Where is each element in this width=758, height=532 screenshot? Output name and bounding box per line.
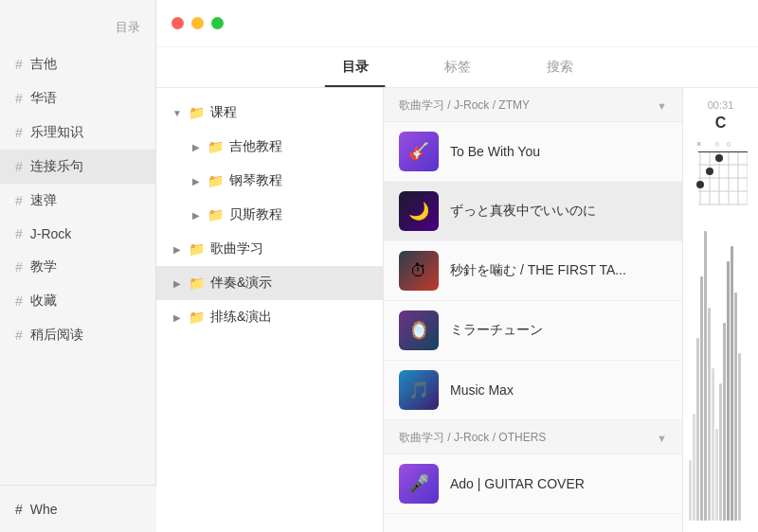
chevron-right-icon: ▶ — [190, 176, 202, 186]
song-title: ずっと真夜中でいいのに — [450, 203, 596, 220]
tree-item-label: 贝斯教程 — [229, 206, 282, 223]
tree-item-courses[interactable]: ▼📁课程 — [156, 96, 383, 130]
sidebar-item-label: 教学 — [30, 258, 57, 275]
content-area: ▼📁课程▶📁吉他教程▶📁钢琴教程▶📁贝斯教程▶📁歌曲学习▶📁伴奏&演示▶📁排练&… — [156, 88, 758, 532]
song-item-zutto[interactable]: 🌙 ずっと真夜中でいいのに — [384, 182, 682, 241]
tab-catalog[interactable]: 目录 — [304, 47, 406, 87]
sidebar-bottom-bar: # Whe — [0, 485, 156, 532]
section-header-jrock-others[interactable]: 歌曲学习 / J-Rock / OTHERS▼ — [384, 420, 682, 454]
tree-item-label: 歌曲学习 — [210, 240, 263, 257]
thumb-figure: 🪞 — [399, 310, 439, 350]
window-bar — [156, 0, 758, 47]
song-item-mirror[interactable]: 🪞 ミラーチューン — [384, 301, 682, 361]
song-item-byoshin[interactable]: ⏱ 秒針を噛む / THE FIRST TA... — [384, 241, 682, 301]
hash-icon: # — [15, 91, 23, 106]
sidebar-item-connect[interactable]: #连接乐句 — [0, 150, 155, 184]
chevron-right-icon: ▶ — [190, 142, 202, 152]
chevron-right-icon: ▶ — [171, 244, 183, 255]
sidebar-title: 目录 — [116, 19, 140, 36]
folder-icon: 📁 — [189, 275, 205, 291]
song-item-to-be-with-you[interactable]: 🎸 To Be With You — [384, 122, 682, 182]
minimize-button[interactable] — [191, 17, 204, 29]
hash-icon: # — [15, 226, 23, 241]
sidebar-item-fast[interactable]: #速弹 — [0, 184, 155, 218]
sidebar-item-music-theory[interactable]: #乐理知识 — [0, 115, 155, 150]
sidebar-bottom-label: Whe — [30, 502, 58, 517]
folder-icon: 📁 — [208, 207, 224, 222]
folder-icon: 📁 — [208, 139, 224, 154]
sidebar-item-label: 速弹 — [30, 192, 57, 209]
thumb-figure: ⏱ — [399, 251, 439, 291]
chord-panel: 00:31 C × ○ ○ — [682, 88, 758, 532]
chevron-down-icon: ▼ — [657, 100, 667, 112]
tree-item-rehearsal[interactable]: ▶📁排练&演出 — [156, 300, 383, 334]
sidebar-item-chinese[interactable]: #华语 — [0, 81, 155, 115]
thumb-figure: 🎤 — [399, 464, 439, 504]
maximize-button[interactable] — [211, 17, 224, 29]
sidebar-bottom-item[interactable]: # Whe — [15, 502, 58, 517]
sidebar-title-bar: 目录 — [0, 9, 155, 44]
sidebar-item-label: 稍后阅读 — [30, 327, 83, 344]
sidebar-item-favorites[interactable]: #收藏 — [0, 284, 155, 318]
song-thumbnail: 🎵 — [399, 370, 439, 410]
song-thumbnail: 🎸 — [399, 132, 439, 171]
tab-search[interactable]: 搜索 — [509, 47, 611, 87]
sidebar-nav: #吉他#华语#乐理知识#连接乐句#速弹#J-Rock#教学#收藏#稍后阅读 — [0, 44, 155, 356]
section-header-jrock-ztmy[interactable]: 歌曲学习 / J-Rock / ZTMY▼ — [384, 88, 682, 122]
sidebar-item-label: 吉他 — [30, 56, 57, 73]
hash-icon: # — [15, 125, 23, 140]
folder-icon: 📁 — [189, 241, 205, 257]
folder-icon: 📁 — [208, 173, 224, 188]
song-title: ミラーチューン — [450, 322, 543, 339]
tree-item-label: 伴奏&演示 — [210, 275, 272, 292]
chord-label: C — [715, 115, 727, 132]
song-list: 歌曲学习 / J-Rock / ZTMY▼ 🎸 To Be With You 🌙… — [384, 88, 682, 532]
svg-point-12 — [706, 168, 713, 175]
sidebar-item-label: J-Rock — [30, 226, 72, 241]
chevron-right-icon: ▶ — [190, 210, 202, 221]
close-button[interactable] — [171, 17, 184, 29]
sidebar-item-teaching[interactable]: #教学 — [0, 250, 155, 284]
chevron-right-icon: ▶ — [171, 278, 183, 289]
tree-item-piano-course[interactable]: ▶📁钢琴教程 — [156, 164, 383, 198]
chevron-down-icon: ▼ — [657, 433, 667, 444]
tab-tags[interactable]: 标签 — [406, 47, 509, 87]
song-title: To Be With You — [450, 144, 540, 159]
chord-diagram: × ○ ○ — [693, 139, 749, 212]
folder-icon: 📁 — [189, 310, 205, 325]
hash-icon: # — [15, 328, 23, 343]
song-item-ado[interactable]: 🎤 Ado | GUITAR COVER — [384, 454, 682, 514]
tree-item-accompaniment[interactable]: ▶📁伴奏&演示 — [156, 266, 383, 300]
sidebar-item-jrock[interactable]: #J-Rock — [0, 218, 155, 250]
folder-icon: 📁 — [189, 105, 205, 120]
tree-item-guitar-course[interactable]: ▶📁吉他教程 — [156, 130, 383, 164]
sidebar-item-guitar[interactable]: #吉他 — [0, 47, 155, 81]
hash-icon: # — [15, 193, 23, 208]
hash-icon: # — [15, 57, 23, 72]
tree-item-label: 吉他教程 — [229, 138, 282, 155]
traffic-lights — [171, 17, 224, 29]
song-thumbnail: ⏱ — [399, 251, 439, 291]
tree-item-label: 排练&演出 — [210, 309, 272, 326]
tree-item-bass-course[interactable]: ▶📁贝斯教程 — [156, 198, 383, 232]
sidebar-item-readlater[interactable]: #稍后阅读 — [0, 318, 155, 352]
tree-item-label: 课程 — [210, 104, 237, 121]
chevron-right-icon: ▶ — [171, 312, 183, 323]
tabs-bar: 目录标签搜索 — [156, 47, 758, 88]
sidebar-item-label: 乐理知识 — [30, 124, 83, 141]
song-thumbnail: 🎤 — [399, 464, 439, 504]
tree-item-song-learning[interactable]: ▶📁歌曲学习 — [156, 232, 383, 266]
hash-icon: # — [15, 159, 23, 174]
thumb-figure: 🎵 — [399, 370, 439, 410]
tree-item-label: 钢琴教程 — [229, 172, 282, 189]
file-tree: ▼📁课程▶📁吉他教程▶📁钢琴教程▶📁贝斯教程▶📁歌曲学习▶📁伴奏&演示▶📁排练&… — [156, 88, 384, 532]
song-thumbnail: 🪞 — [399, 310, 439, 350]
chord-svg — [693, 151, 748, 208]
song-item-music-max[interactable]: 🎵 Music Max — [384, 361, 682, 420]
time-label: 00:31 — [702, 96, 740, 115]
hash-icon: # — [15, 259, 23, 275]
song-title: 秒針を噛む / THE FIRST TA... — [450, 262, 626, 279]
sidebar-item-label: 连接乐句 — [30, 158, 83, 175]
chevron-down-icon: ▼ — [171, 108, 183, 118]
thumb-figure: 🌙 — [399, 191, 439, 231]
